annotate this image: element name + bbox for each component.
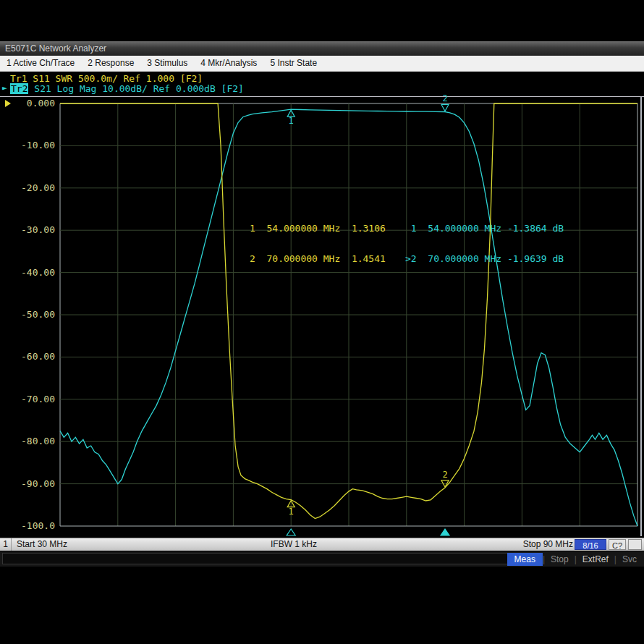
channel-number: 1 [0,538,12,551]
status-item-meas: Meas [507,553,543,566]
start-frequency: Start 30 MHz [17,538,67,551]
graticule-plot: 0.000-10.00-20.00-30.00-40.00-50.00-60.0… [0,72,644,538]
y-axis-tick-label: -40.00 [21,267,55,278]
stimulus-marker-icon[interactable] [441,529,449,535]
stimulus-status-bar: 1 Start 30 MHz IFBW 1 kHz Stop 90 MHz 8/… [0,538,644,551]
y-axis-tick-label: -80.00 [21,436,55,446]
y-axis-tick-label: -100.0 [21,520,55,531]
marker-1-number: 1 [289,116,294,126]
y-axis-tick-label: -70.00 [21,394,55,404]
marker-readout-tr2: 1 54.000000 MHz -1.3864 dB >2 70.000000 … [405,203,564,284]
marker-2-symbol-icon [441,104,449,111]
menu-item-5[interactable]: 5 Instr State [263,56,323,71]
stop-frequency: Stop 90 MHz [523,538,573,551]
ifbw-value: IFBW 1 kHz [271,538,317,551]
y-axis-tick-label: -10.00 [21,140,55,151]
status-items: Meas|Stop|ExtRef|Svc [507,552,643,566]
page-indicator: 8/16 [575,539,606,550]
cal-status-badge: C? [609,539,626,550]
menu-item-3[interactable]: 3 Stimulus [140,56,194,71]
analyzer-display: Tr1 S11 SWR 500.0m/ Ref 1.000 [F2] ► Tr2… [0,72,644,538]
menu-bar: 1 Active Ch/Trace2 Response3 Stimulus4 M… [0,56,644,72]
menu-item-4[interactable]: 4 Mkr/Analysis [194,56,263,71]
y-axis-tick-label: -20.00 [21,182,55,193]
tr2-marker1-readout: 1 54.000000 MHz -1.3864 dB [405,224,564,234]
y-axis-tick-label: -30.00 [21,224,55,235]
tr2-marker2-readout: >2 70.000000 MHz -1.9639 dB [405,254,564,264]
y-axis-tick-label: -60.00 [21,351,55,362]
message-area [2,553,509,564]
window-title: E5071C Network Analyzer [5,43,106,54]
tr1-marker1-readout: 1 54.000000 MHz 1.3106 [250,224,386,234]
y-axis-tick-label: -50.00 [21,309,55,320]
marker-2-number: 2 [442,470,447,480]
analyzer-screen: E5071C Network Analyzer 1 Active Ch/Trac… [0,0,644,644]
menu-item-1[interactable]: 1 Active Ch/Trace [0,56,81,71]
marker-1-number: 1 [289,507,294,517]
marker-2-number: 2 [442,93,447,103]
status-item-svc: Svc [617,553,643,566]
status-item-stop: Stop [545,553,575,566]
menu-item-2[interactable]: 2 Response [81,56,140,71]
aux-status-box [628,539,642,550]
title-bar[interactable]: E5071C Network Analyzer [0,41,644,56]
y-axis-tick-label: 0.000 [27,98,55,109]
stimulus-marker-icon[interactable] [287,529,295,535]
status-item-extref: ExtRef [577,553,614,566]
marker-readout-tr1: 1 54.000000 MHz 1.3106 2 70.000000 MHz 1… [250,203,386,284]
instrument-status-bar: Meas|Stop|ExtRef|Svc [0,551,644,567]
y-axis-tick-label: -90.00 [21,478,55,489]
tr1-marker2-readout: 2 70.000000 MHz 1.4541 [250,254,386,264]
